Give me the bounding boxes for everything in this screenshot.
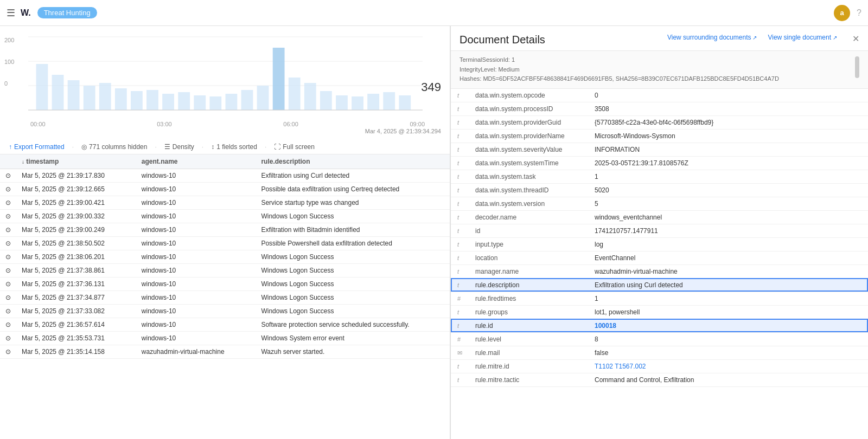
row-agent[interactable]: windows-10 <box>136 237 256 250</box>
field-key: data.win.system.providerName <box>469 129 588 143</box>
view-single-link[interactable]: View single document ↗ <box>768 34 837 41</box>
doc-meta: TerminalSessionId: 1 IntegrityLevel: Med… <box>451 51 868 89</box>
row-expand-icon[interactable]: ⊙ <box>0 196 16 210</box>
field-value-cell: Command and Control, Exfiltration <box>588 373 868 386</box>
field-key: rule.mail <box>469 346 588 359</box>
table-row[interactable]: ⊙ Mar 5, 2025 @ 21:37:34.877 windows-10 … <box>0 291 450 305</box>
svg-rect-24 <box>352 96 363 110</box>
row-agent[interactable]: wazuhadmin-virtual-machine <box>136 345 256 359</box>
toolbar: ↑ Export Formatted · ◎ 771 columns hidde… <box>0 140 450 154</box>
row-timestamp: Mar 5, 2025 @ 21:39:17.830 <box>16 169 136 183</box>
topbar-right: a ? <box>834 5 861 21</box>
field-value: wazuhadmin-virtual-machine <box>595 268 678 275</box>
row-expand-icon[interactable]: ⊙ <box>0 264 16 277</box>
export-label: Export Formatted <box>14 143 65 151</box>
row-agent[interactable]: windows-10 <box>136 183 256 196</box>
row-agent[interactable]: windows-10 <box>136 169 256 183</box>
row-expand-icon[interactable]: ⊙ <box>0 250 16 264</box>
row-expand-icon[interactable]: ⊙ <box>0 318 16 332</box>
field-value: 3508 <box>595 105 609 113</box>
field-value-link[interactable]: T1102 T1567.002 <box>595 363 646 370</box>
avatar[interactable]: a <box>834 5 850 21</box>
field-type-icon: t <box>451 373 469 386</box>
row-timestamp: Mar 5, 2025 @ 21:39:00.332 <box>16 210 136 223</box>
field-value: Exfiltration using Curl detected <box>595 281 683 289</box>
row-agent[interactable]: windows-10 <box>136 210 256 223</box>
row-agent[interactable]: windows-10 <box>136 318 256 332</box>
svg-rect-4 <box>36 64 48 110</box>
table-row[interactable]: ⊙ Mar 5, 2025 @ 21:37:38.861 windows-10 … <box>0 264 450 277</box>
field-type-icon: # <box>451 332 469 346</box>
x-label-0000: 00:00 <box>30 121 46 127</box>
th-timestamp[interactable]: ↓ timestamp <box>16 154 136 169</box>
row-agent[interactable]: windows-10 <box>136 196 256 210</box>
table-row[interactable]: ⊙ Mar 5, 2025 @ 21:37:33.082 windows-10 … <box>0 305 450 318</box>
th-agent[interactable]: agent.name <box>136 154 256 169</box>
th-description[interactable]: rule.description <box>256 154 450 169</box>
doc-field-row: # rule.level 8 <box>451 332 868 346</box>
row-agent[interactable]: windows-10 <box>136 291 256 305</box>
row-agent[interactable]: windows-10 <box>136 264 256 277</box>
view-surrounding-link[interactable]: View surrounding documents ↗ <box>667 34 757 41</box>
row-timestamp: Mar 5, 2025 @ 21:37:38.861 <box>16 264 136 277</box>
field-key: rule.description <box>469 278 588 292</box>
table-row[interactable]: ⊙ Mar 5, 2025 @ 21:37:36.131 windows-10 … <box>0 277 450 291</box>
row-expand-icon[interactable]: ⊙ <box>0 345 16 359</box>
table-header: ↓ timestamp agent.name rule.description <box>0 154 450 169</box>
density-button[interactable]: ☰ Density <box>164 143 194 151</box>
field-type-icon: t <box>451 237 469 251</box>
row-expand-icon[interactable]: ⊙ <box>0 277 16 291</box>
table-row[interactable]: ⊙ Mar 5, 2025 @ 21:35:14.158 wazuhadmin-… <box>0 345 450 359</box>
row-expand-icon[interactable]: ⊙ <box>0 305 16 318</box>
table-row[interactable]: ⊙ Mar 5, 2025 @ 21:39:17.830 windows-10 … <box>0 169 450 183</box>
table-row[interactable]: ⊙ Mar 5, 2025 @ 21:39:12.665 windows-10 … <box>0 183 450 196</box>
row-expand-icon[interactable]: ⊙ <box>0 169 16 183</box>
table-row[interactable]: ⊙ Mar 5, 2025 @ 21:39:00.421 windows-10 … <box>0 196 450 210</box>
row-agent[interactable]: windows-10 <box>136 305 256 318</box>
meta-scrollbar[interactable] <box>855 56 859 78</box>
meta-line2: IntegrityLevel: Medium <box>459 65 855 75</box>
row-expand-icon[interactable]: ⊙ <box>0 332 16 345</box>
row-agent[interactable]: windows-10 <box>136 250 256 264</box>
row-expand-icon[interactable]: ⊙ <box>0 210 16 223</box>
field-key: data.win.system.opcode <box>469 89 588 102</box>
svg-rect-16 <box>226 94 238 110</box>
doc-field-row[interactable]: t rule.description Exfiltration using Cu… <box>451 278 868 292</box>
hamburger-menu-icon[interactable]: ☰ <box>7 7 15 19</box>
meta-line3: Hashes: MD5=6DF52ACFBF5F48638841F469D669… <box>459 74 855 84</box>
svg-rect-15 <box>209 96 221 110</box>
doc-field-row: t data.win.system.processID 3508 <box>451 102 868 115</box>
field-value-cell: 8 <box>588 332 868 346</box>
row-agent[interactable]: windows-10 <box>136 277 256 291</box>
table-row[interactable]: ⊙ Mar 5, 2025 @ 21:39:00.332 windows-10 … <box>0 210 450 223</box>
field-type-icon: t <box>451 319 469 332</box>
row-agent[interactable]: windows-10 <box>136 332 256 345</box>
row-description: Service startup type was changed <box>256 196 450 210</box>
export-button[interactable]: ↑ Export Formatted <box>9 143 65 151</box>
table-row[interactable]: ⊙ Mar 5, 2025 @ 21:36:57.614 windows-10 … <box>0 318 450 332</box>
svg-rect-13 <box>178 92 190 110</box>
columns-hidden-button[interactable]: ◎ 771 columns hidden <box>81 143 147 151</box>
fullscreen-button[interactable]: ⛶ Full screen <box>274 143 315 151</box>
row-description: Windows Logon Success <box>256 277 450 291</box>
field-key: input.type <box>469 237 588 251</box>
row-description: Windows Logon Success <box>256 250 450 264</box>
table-row[interactable]: ⊙ Mar 5, 2025 @ 21:35:53.731 windows-10 … <box>0 332 450 345</box>
doc-field-row[interactable]: t rule.id 100018 <box>451 319 868 332</box>
field-key: rule.level <box>469 332 588 346</box>
row-expand-icon[interactable]: ⊙ <box>0 291 16 305</box>
close-button[interactable]: ✕ <box>852 34 859 44</box>
svg-rect-19 <box>273 48 285 110</box>
row-expand-icon[interactable]: ⊙ <box>0 223 16 237</box>
row-expand-icon[interactable]: ⊙ <box>0 237 16 250</box>
table-row[interactable]: ⊙ Mar 5, 2025 @ 21:38:50.502 windows-10 … <box>0 237 450 250</box>
help-icon[interactable]: ? <box>857 8 861 18</box>
row-agent[interactable]: windows-10 <box>136 223 256 237</box>
field-type-icon: t <box>451 156 469 170</box>
row-description: Wazuh server started. <box>256 345 450 359</box>
table-row[interactable]: ⊙ Mar 5, 2025 @ 21:39:00.249 windows-10 … <box>0 223 450 237</box>
fields-sorted-button[interactable]: ↕ 1 fields sorted <box>211 143 257 151</box>
doc-field-row: t id 1741210757.1477911 <box>451 224 868 237</box>
row-expand-icon[interactable]: ⊙ <box>0 183 16 196</box>
table-row[interactable]: ⊙ Mar 5, 2025 @ 21:38:06.201 windows-10 … <box>0 250 450 264</box>
